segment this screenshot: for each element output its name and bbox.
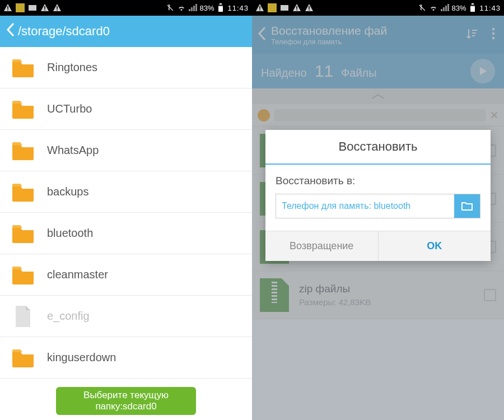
svg-rect-15 [296, 6, 297, 9]
svg-rect-21 [470, 4, 475, 6]
ok-button[interactable]: OK [379, 231, 491, 261]
folder-icon [11, 183, 35, 202]
status-bar: 83% 11:43 [252, 0, 504, 16]
folder-list: Ringtones UCTurbo WhatsApp backups bluet… [0, 47, 252, 379]
picture-icon [28, 3, 37, 12]
wifi-icon [177, 3, 186, 12]
battery-icon [468, 3, 477, 12]
folder-label: UCTurbo [47, 102, 92, 115]
folder-icon [11, 58, 35, 77]
cancel-button[interactable]: Возвращение [265, 231, 379, 261]
file-item-econfig[interactable]: e_config [0, 296, 252, 337]
dialog-body: Восстановить в: Телефон для память: blue… [265, 165, 491, 231]
svg-rect-18 [309, 10, 310, 11]
svg-rect-2 [16, 3, 25, 12]
warning-icon [292, 3, 301, 12]
wifi-icon [429, 3, 438, 12]
dialog-path-input[interactable]: Телефон для память: bluetooth [276, 194, 480, 218]
folder-item-kinguserdown[interactable]: kinguserdown [0, 337, 252, 379]
app-badge-icon [16, 3, 25, 12]
vibrate-icon [418, 3, 427, 12]
select-button-line2: папку:sdcard0 [95, 401, 156, 412]
warning-icon [3, 3, 12, 12]
file-icon [13, 305, 32, 328]
signal-icon [188, 3, 197, 12]
svg-rect-0 [7, 6, 8, 9]
folder-label: backups [47, 185, 89, 198]
back-icon[interactable] [6, 22, 16, 41]
dialog-path-value: Телефон для память: bluetooth [276, 194, 454, 218]
folder-item-backups[interactable]: backups [0, 171, 252, 213]
svg-rect-11 [259, 6, 260, 9]
folder-icon [11, 265, 35, 284]
svg-rect-9 [220, 3, 222, 4]
svg-rect-4 [44, 6, 45, 9]
svg-rect-20 [472, 3, 474, 4]
warning-icon [255, 3, 264, 12]
svg-rect-7 [57, 10, 58, 11]
picture-icon [280, 3, 289, 12]
svg-rect-5 [44, 10, 45, 11]
battery-percent: 83% [199, 4, 214, 12]
select-footer: Выберите текущую папку:sdcard0 [0, 381, 252, 420]
status-right-icons: 83% 11:43 [166, 3, 249, 12]
warning-icon [305, 3, 314, 12]
current-path: /storage/sdcard0 [18, 24, 110, 39]
phone-right: 83% 11:43 Восстановление фай Телефон для… [252, 0, 504, 420]
select-current-folder-button[interactable]: Выберите текущую папку:sdcard0 [56, 387, 196, 415]
folder-icon [11, 141, 35, 160]
svg-rect-14 [281, 5, 288, 11]
svg-rect-1 [7, 10, 8, 11]
warning-icon [40, 3, 49, 12]
signal-icon [440, 3, 449, 12]
clock: 11:43 [479, 4, 501, 12]
dialog-buttons: Возвращение OK [265, 231, 491, 261]
restore-dialog: Восстановить Восстановить в: Телефон для… [265, 130, 491, 261]
folder-icon [11, 224, 35, 243]
warning-icon [53, 3, 62, 12]
folder-icon [11, 100, 35, 119]
clock: 11:43 [227, 4, 249, 12]
svg-rect-12 [259, 10, 260, 11]
file-label: e_config [47, 310, 90, 323]
dialog-title: Восстановить [265, 130, 491, 165]
dialog-label: Восстановить в: [276, 175, 480, 187]
battery-icon [216, 3, 225, 12]
folder-label: Ringtones [47, 61, 97, 74]
battery-percent: 83% [451, 4, 466, 12]
path-header[interactable]: /storage/sdcard0 [0, 16, 252, 47]
folder-item-cleanmaster[interactable]: cleanmaster [0, 254, 252, 296]
folder-label: kinguserdown [47, 351, 116, 364]
folder-item-bluetooth[interactable]: bluetooth [0, 213, 252, 254]
svg-rect-10 [218, 4, 223, 6]
status-right-icons: 83% 11:43 [418, 3, 501, 12]
folder-item-whatsapp[interactable]: WhatsApp [0, 130, 252, 171]
folder-icon [11, 348, 35, 367]
svg-rect-13 [268, 3, 277, 12]
browse-folder-button[interactable] [454, 194, 480, 218]
folder-item-ucturbo[interactable]: UCTurbo [0, 88, 252, 130]
folder-open-icon [461, 201, 473, 211]
vibrate-icon [166, 3, 175, 12]
phone-left: 83% 11:43 /storage/sdcard0 Ringtones UCT… [0, 0, 252, 420]
folder-label: cleanmaster [47, 268, 108, 281]
svg-rect-3 [29, 5, 36, 11]
svg-rect-16 [296, 10, 297, 11]
status-left-icons [3, 3, 62, 12]
folder-label: WhatsApp [47, 144, 99, 157]
app-badge-icon [268, 3, 277, 12]
svg-rect-6 [57, 6, 58, 9]
folder-item-ringtones[interactable]: Ringtones [0, 47, 252, 88]
status-bar: 83% 11:43 [0, 0, 252, 16]
select-button-line1: Выберите текущую [83, 390, 169, 401]
folder-label: bluetooth [47, 227, 93, 240]
svg-rect-17 [309, 6, 310, 9]
status-left-icons [255, 3, 314, 12]
